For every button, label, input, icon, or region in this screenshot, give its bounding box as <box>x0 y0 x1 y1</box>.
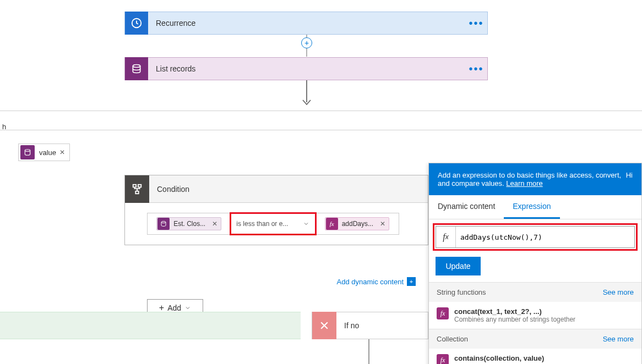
arrow-down-icon <box>302 80 313 108</box>
section-string-functions: String functions See more <box>429 282 641 302</box>
foreach-header <box>0 111 642 130</box>
chevron-down-icon <box>303 220 309 227</box>
clock-icon <box>125 12 148 35</box>
list-records-title: List records <box>148 64 465 73</box>
dynamic-token-est-close[interactable]: Est. Clos... ✕ <box>156 217 221 230</box>
condition-title: Condition <box>149 185 189 194</box>
add-button-label: Add <box>167 304 181 312</box>
remove-token-icon[interactable]: ✕ <box>209 220 221 228</box>
section-collection: Collection See more <box>429 329 641 349</box>
database-icon <box>157 218 170 230</box>
svg-rect-6 <box>138 184 142 187</box>
function-title: concat(text_1, text_2?, ...) <box>454 307 575 316</box>
section-title: String functions <box>437 288 486 296</box>
connector-line <box>368 339 369 364</box>
list-records-step[interactable]: List records ••• <box>124 57 488 80</box>
fx-icon: fx <box>326 218 338 230</box>
function-item-contains[interactable]: fx contains(collection, value) <box>429 349 641 364</box>
token-label: addDays... <box>339 220 377 228</box>
expression-input-row: fx <box>436 226 635 248</box>
if-no-branch[interactable]: If no <box>312 312 428 339</box>
database-icon <box>125 57 148 80</box>
fx-icon: fx <box>437 354 449 364</box>
see-more-link[interactable]: See more <box>603 335 634 343</box>
expression-tabs: Dynamic content Expression <box>429 195 641 219</box>
remove-token-icon[interactable]: ✕ <box>59 148 65 156</box>
recurrence-title: Recurrence <box>148 19 465 27</box>
database-icon <box>20 145 35 159</box>
token-label: Est. Clos... <box>170 220 209 228</box>
branch-icon <box>125 175 149 203</box>
function-title: contains(collection, value) <box>454 354 544 362</box>
remove-token-icon[interactable]: ✕ <box>377 220 389 228</box>
learn-more-link[interactable]: Learn more <box>506 179 542 187</box>
condition-row: Est. Clos... ✕ is less than or e... fx a… <box>147 213 399 235</box>
condition-card: Condition Est. Clos... ✕ is less than or… <box>124 175 428 245</box>
add-dynamic-content-label: Add dynamic content <box>337 278 404 286</box>
hide-button[interactable]: Hi <box>626 171 633 187</box>
condition-right-operand[interactable]: fx addDays... ✕ <box>315 213 399 234</box>
function-desc: Combines any number of strings together <box>454 316 575 323</box>
add-step-button[interactable]: + <box>301 37 312 48</box>
plus-icon: + <box>407 277 416 286</box>
chevron-down-icon <box>184 305 191 311</box>
tab-expression[interactable]: Expression <box>504 195 559 219</box>
svg-point-8 <box>161 222 166 223</box>
update-button[interactable]: Update <box>436 257 481 275</box>
fx-icon: fx <box>436 227 456 247</box>
foreach-input-token[interactable]: value ✕ <box>18 144 70 161</box>
see-more-link[interactable]: See more <box>603 288 634 296</box>
tab-dynamic-content[interactable]: Dynamic content <box>429 195 504 219</box>
function-item-concat[interactable]: fx concat(text_1, text_2?, ...) Combines… <box>429 302 641 329</box>
expression-banner: Add an expression to do basic things lik… <box>429 163 641 195</box>
fx-icon: fx <box>437 307 449 319</box>
svg-point-4 <box>25 150 30 152</box>
svg-rect-7 <box>135 191 139 194</box>
condition-header[interactable]: Condition <box>125 175 428 203</box>
svg-point-2 <box>133 65 140 68</box>
close-icon <box>312 312 336 339</box>
condition-operator-dropdown[interactable]: is less than or e... <box>231 213 315 234</box>
expression-input[interactable] <box>456 227 634 247</box>
svg-rect-5 <box>133 184 137 187</box>
section-title: Collection <box>437 335 468 343</box>
expression-panel: Add an expression to do basic things lik… <box>428 163 642 364</box>
foreach-label: h <box>2 123 6 131</box>
if-yes-branch[interactable] <box>0 312 301 339</box>
if-no-label: If no <box>336 321 359 330</box>
token-label: value <box>39 148 56 157</box>
condition-left-operand[interactable]: Est. Clos... ✕ <box>148 213 231 234</box>
add-dynamic-content-link[interactable]: Add dynamic content + <box>337 277 416 286</box>
recurrence-step[interactable]: Recurrence ••• <box>124 12 488 35</box>
expression-token-adddays[interactable]: fx addDays... ✕ <box>325 217 389 230</box>
operator-label: is less than or e... <box>236 220 288 228</box>
